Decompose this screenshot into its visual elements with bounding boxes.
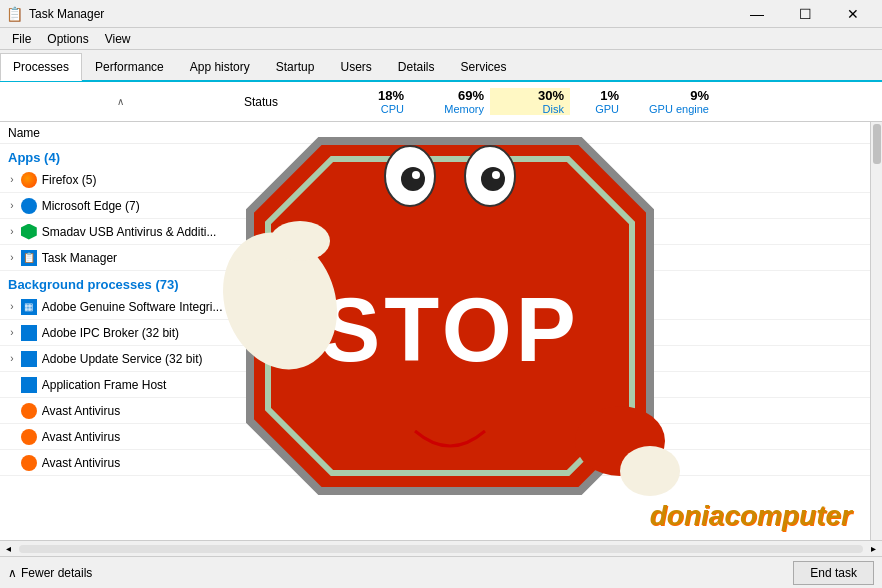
expand-icon[interactable]: › (4, 174, 20, 185)
column-headers: ∧ Status 18% CPU 69% Memory 30% Disk 1% … (0, 82, 882, 122)
table-row[interactable]: › Application Frame Host 0% (0, 372, 882, 398)
close-button[interactable]: ✕ (830, 0, 876, 28)
expand-icon[interactable]: › (4, 457, 20, 468)
process-cpu: 1 (330, 251, 410, 265)
tab-startup[interactable]: Startup (263, 53, 328, 80)
horizontal-scrollbar[interactable]: ◂ ▸ (0, 540, 882, 556)
watermark: doniacomputer (650, 500, 852, 532)
table-row[interactable]: › Avast Antivirus 0% 0% (0, 398, 882, 424)
restore-button[interactable]: ☐ (782, 0, 828, 28)
edge-icon (21, 198, 37, 214)
process-mem: 17.4 (410, 430, 490, 444)
col-header-gpu-engine[interactable]: 9% GPU engine (625, 88, 715, 115)
shield-icon (21, 224, 37, 240)
tab-processes[interactable]: Processes (0, 53, 82, 81)
scrollbar-thumb[interactable] (873, 124, 881, 164)
table-row[interactable]: › Adobe Update Service (32 bit) (0, 346, 882, 372)
tab-app-history[interactable]: App history (177, 53, 263, 80)
table-row[interactable]: › Avast Antivirus 1.5% 17.4 Mbps 0% (0, 424, 882, 450)
bg-section-header: Background processes (73) (0, 271, 882, 294)
table-row[interactable]: › ▦ Adobe Genuine Software Integri... (0, 294, 882, 320)
process-gpu: 0% (570, 456, 625, 470)
end-task-button[interactable]: End task (793, 561, 874, 585)
process-cpu: 0% (330, 378, 410, 392)
process-cpu: 0% (330, 404, 410, 418)
firefox-icon (21, 172, 37, 188)
expand-icon[interactable]: › (4, 200, 20, 211)
expand-icon[interactable]: › (4, 353, 20, 364)
grid-icon: ▦ (21, 299, 37, 315)
expand-icon[interactable]: › (4, 379, 20, 390)
process-cpu: 2.5% (330, 173, 410, 187)
process-list[interactable]: Name Apps (4) › Firefox (5) 2.5% › Micro… (0, 122, 882, 540)
scroll-track[interactable] (19, 545, 863, 553)
process-name: Microsoft Edge (7) (42, 199, 240, 213)
process-name: Avast Antivirus (42, 456, 240, 470)
process-gpu: 0% (570, 430, 625, 444)
scroll-left-arrow[interactable]: ◂ (2, 543, 15, 554)
tm-icon: 📋 (21, 250, 37, 266)
process-name: Adobe IPC Broker (32 bit) (42, 326, 240, 340)
grid-icon (21, 377, 37, 393)
avast-icon (21, 403, 37, 419)
process-disk: Mbps (490, 430, 570, 444)
process-cpu: 0. (330, 225, 410, 239)
minimize-button[interactable]: — (734, 0, 780, 28)
grid-icon (21, 325, 37, 341)
col-header-name: Name (0, 122, 240, 144)
expand-icon[interactable]: › (4, 226, 20, 237)
avast-icon (21, 455, 37, 471)
process-name: Smadav USB Antivirus & Additi... (42, 225, 240, 239)
tab-performance[interactable]: Performance (82, 53, 177, 80)
menu-options[interactable]: Options (39, 30, 96, 47)
process-name: Avast Antivirus (42, 404, 240, 418)
avast-icon (21, 429, 37, 445)
process-cpu: 1.5% (330, 430, 410, 444)
window-controls: — ☐ ✕ (734, 0, 876, 28)
sort-arrow[interactable]: ∧ (0, 96, 240, 107)
fewer-details-button[interactable]: ∧ Fewer details (8, 566, 92, 580)
tab-users[interactable]: Users (327, 53, 384, 80)
chevron-down-icon: ∧ (8, 566, 17, 580)
process-name: Firefox (5) (42, 173, 240, 187)
process-disk: 0 MB/s (490, 456, 570, 470)
tab-details[interactable]: Details (385, 53, 448, 80)
table-row[interactable]: › Smadav USB Antivirus & Additi... 0. (0, 219, 882, 245)
expand-icon[interactable]: › (4, 431, 20, 442)
process-name: Adobe Update Service (32 bit) (42, 352, 240, 366)
col-header-gpu[interactable]: 1% GPU (570, 88, 625, 115)
process-gpu: 0% (570, 404, 625, 418)
process-mem: 4.0 MB (410, 456, 490, 470)
table-row[interactable]: › Firefox (5) 2.5% (0, 167, 882, 193)
table-row[interactable]: › 📋 Task Manager 1 (0, 245, 882, 271)
process-name: Task Manager (42, 251, 240, 265)
col-header-disk[interactable]: 30% Disk (490, 88, 570, 115)
tab-services[interactable]: Services (448, 53, 520, 80)
grid-icon (21, 351, 37, 367)
apps-section-header: Apps (4) (0, 144, 882, 167)
expand-icon[interactable]: › (4, 405, 20, 416)
expand-icon[interactable]: › (4, 252, 20, 263)
process-name: Avast Antivirus (42, 430, 240, 444)
tab-bar: Processes Performance App history Startu… (0, 50, 882, 82)
table-row[interactable]: › Avast Antivirus 0% 4.0 MB 0 MB/s 0% (0, 450, 882, 476)
vertical-scrollbar[interactable] (870, 122, 882, 540)
table-row[interactable]: › Microsoft Edge (7) 0% (0, 193, 882, 219)
menu-view[interactable]: View (97, 30, 139, 47)
app-title: Task Manager (29, 7, 104, 21)
process-cpu: 0% (330, 199, 410, 213)
table-row[interactable]: › Adobe IPC Broker (32 bit) (0, 320, 882, 346)
expand-icon[interactable]: › (4, 301, 20, 312)
expand-icon[interactable]: › (4, 327, 20, 338)
col-header-cpu[interactable]: 18% CPU (330, 88, 410, 115)
process-cpu: 0% (330, 456, 410, 470)
bottom-bar: ∧ Fewer details End task (0, 556, 882, 588)
col-header-status[interactable]: Status (240, 95, 330, 109)
col-header-memory[interactable]: 69% Memory (410, 88, 490, 115)
process-name: Adobe Genuine Software Integri... (42, 300, 240, 314)
menu-file[interactable]: File (4, 30, 39, 47)
main-content: ∧ Status 18% CPU 69% Memory 30% Disk 1% … (0, 82, 882, 556)
process-name: Application Frame Host (42, 378, 240, 392)
app-icon: 📋 (6, 6, 23, 22)
scroll-right-arrow[interactable]: ▸ (867, 543, 880, 554)
